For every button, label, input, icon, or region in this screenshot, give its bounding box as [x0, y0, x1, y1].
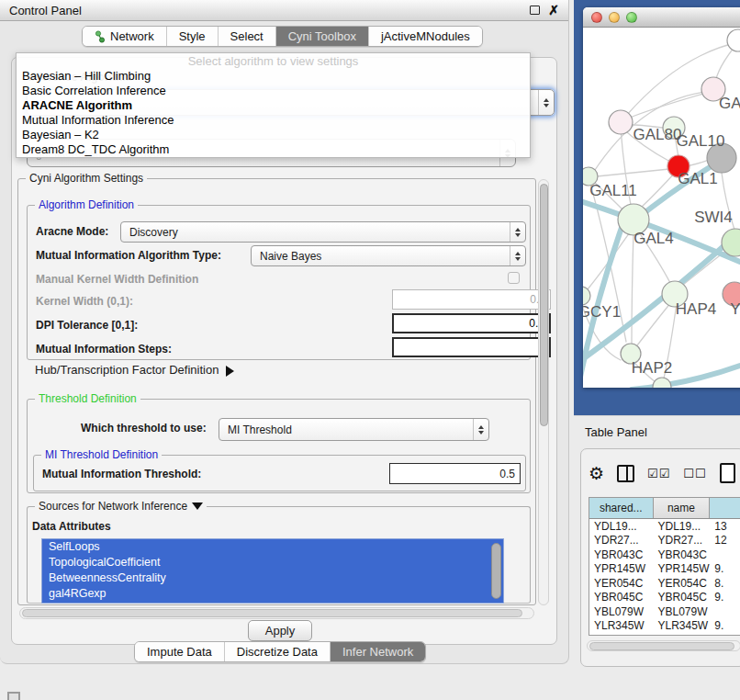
tab-style-label: Style: [179, 29, 206, 43]
close-window-icon[interactable]: [591, 12, 602, 23]
table-horizontal-scrollbar[interactable]: [587, 640, 740, 651]
which-threshold-value: MI Threshold: [228, 423, 292, 436]
export-table-icon[interactable]: [720, 463, 735, 483]
algorithm-option-basic-correlation-inference[interactable]: Basic Correlation Inference: [17, 84, 530, 98]
column-header-extra[interactable]: [710, 498, 740, 518]
settings-horizontal-scrollbar[interactable]: [19, 607, 534, 619]
table-cell: 8.: [710, 576, 740, 591]
tab-style[interactable]: Style: [167, 27, 219, 46]
float-panel-icon[interactable]: [530, 6, 540, 15]
network-node-gal80[interactable]: [609, 110, 633, 134]
tab-cyni-toolbox[interactable]: Cyni Toolbox: [276, 27, 369, 46]
algorithm-definition-group: Algorithm Definition Aracne Mode: Discov…: [27, 205, 531, 360]
table-cell: [710, 548, 740, 562]
algorithm-option-bayesian-hill-climbing[interactable]: Bayesian – Hill Climbing: [17, 69, 530, 84]
settings-vscroll-thumb[interactable]: [540, 184, 548, 426]
bottom-tab-impute-data[interactable]: Impute Data: [135, 642, 225, 661]
table-cell: YER054C: [654, 576, 711, 591]
table-cell: YPR145W: [589, 562, 654, 577]
node-table[interactable]: shared...name YDL19...YDL19...13YDR27...…: [589, 497, 740, 636]
control-panel-title: Control Panel: [9, 4, 82, 17]
table-row[interactable]: YBL079WYBL079W: [589, 604, 740, 619]
tab-jactivemnodules[interactable]: jActiveMNodules: [369, 27, 482, 46]
data-attributes-list[interactable]: SelfLoopsTopologicalCoefficientBetweenne…: [41, 538, 504, 604]
table-cell: YER054C: [589, 576, 654, 591]
network-icon: [95, 30, 106, 43]
table-row[interactable]: YDL19...YDL19...13: [589, 519, 740, 534]
attribute-item-gal4rgexp[interactable]: gal4RGexp: [42, 586, 503, 602]
network-edge: [632, 231, 633, 344]
table-header-row: shared...name: [589, 498, 740, 519]
gear-icon[interactable]: ⚙: [589, 463, 604, 484]
settings-hscroll-thumb[interactable]: [22, 609, 522, 617]
mi-algorithm-type-label: Mutual Information Algorithm Type:: [36, 249, 221, 262]
network-graph[interactable]: GALGAL80GAL10GAL1GAL11GAL4SWI4GCY1HAP4YH…: [583, 28, 740, 388]
algorithm-option-dream8-dc-tdc-algorithm[interactable]: Dream8 DC_TDC Algorithm: [17, 142, 530, 157]
network-node-gcy1[interactable]: [583, 287, 590, 305]
columns-icon[interactable]: [617, 465, 634, 482]
tab-network[interactable]: Network: [83, 27, 167, 46]
table-row[interactable]: YJL052CYJL052C9: [589, 633, 740, 636]
attribute-item-topologicalcoefficient[interactable]: TopologicalCoefficient: [42, 555, 503, 570]
which-threshold-label: Which threshold to use:: [81, 422, 207, 435]
network-node[interactable]: [727, 29, 740, 51]
attribute-item-betweennesscentrality[interactable]: BetweennessCentrality: [42, 570, 503, 586]
table-cell: YLR345W: [654, 619, 711, 634]
deselect-all-columns-icon[interactable]: ☐☐: [683, 467, 706, 480]
table-body: YDL19...YDL19...13YDR27...YDR27...12YBR0…: [589, 519, 740, 636]
attribute-item-selfloops[interactable]: SelfLoops: [42, 539, 503, 555]
select-all-columns-icon[interactable]: ☑☑: [647, 467, 670, 480]
table-row[interactable]: YLR345WYLR345W9.: [589, 619, 740, 634]
table-row[interactable]: YBR045CYBR045C9.: [589, 591, 740, 605]
tab-select[interactable]: Select: [219, 27, 276, 46]
dpi-tolerance-field[interactable]: 0.0: [392, 313, 551, 333]
manual-kernel-width-checkbox[interactable]: [508, 272, 520, 284]
table-cell: YBL079W: [589, 604, 654, 619]
bottom-tab-discretize-data[interactable]: Discretize Data: [225, 642, 331, 661]
column-header-name[interactable]: name: [654, 498, 711, 518]
network-node[interactable]: [653, 378, 671, 388]
node-label-gal4: GAL4: [633, 230, 673, 247]
table-row[interactable]: YDR27...YDR27...12: [589, 534, 740, 548]
mi-threshold-label: Mutual Information Threshold:: [42, 468, 201, 480]
expand-arrow-icon: [226, 366, 234, 377]
mi-threshold-field[interactable]: 0.5: [389, 463, 521, 484]
close-panel-icon[interactable]: ✗: [548, 6, 559, 15]
node-label-hap4: HAP4: [676, 300, 716, 318]
dock-panel-icon[interactable]: [7, 692, 20, 700]
network-window-titlebar[interactable]: [583, 7, 740, 28]
kernel-width-field[interactable]: 0.0: [392, 289, 551, 310]
mi-algorithm-type-combo[interactable]: Naive Bayes: [251, 245, 526, 266]
hub-definition-toggle[interactable]: Hub/Transcription Factor Definition: [35, 363, 234, 377]
column-header-shared[interactable]: shared...: [589, 498, 654, 518]
network-edge: [583, 231, 740, 366]
table-row[interactable]: YBR043CYBR043C: [589, 548, 740, 562]
algorithm-option-aracne-algorithm[interactable]: ARACNE Algorithm: [17, 98, 530, 113]
which-threshold-combo[interactable]: MI Threshold: [219, 418, 489, 441]
table-row[interactable]: YPR145WYPR145W9.: [589, 562, 740, 577]
zoom-window-icon[interactable]: [626, 12, 637, 23]
mi-steps-field[interactable]: 6: [392, 337, 551, 357]
table-hscroll-thumb[interactable]: [589, 642, 734, 650]
bottom-tab-infer-network[interactable]: Infer Network: [331, 642, 425, 661]
cp-tabs: NetworkStyleSelectCyni ToolboxjActiveMNo…: [82, 26, 483, 47]
sources-title-row[interactable]: Sources for Network Inference: [35, 500, 207, 513]
node-label-gal: GAL: [719, 95, 740, 112]
aracne-mode-combo[interactable]: Discovery: [120, 221, 526, 243]
settings-vertical-scrollbar[interactable]: [538, 179, 549, 605]
algorithm-option-bayesian-k2[interactable]: Bayesian – K2: [17, 128, 530, 142]
apply-button[interactable]: Apply: [248, 620, 312, 641]
table-cell: [710, 604, 740, 619]
table-cell: YDL19...: [654, 519, 711, 534]
algorithm-option-mutual-information-inference[interactable]: Mutual Information Inference: [17, 113, 530, 128]
data-attributes-label: Data Attributes: [32, 520, 111, 533]
dpi-tolerance-label: DPI Tolerance [0,1]:: [36, 319, 138, 332]
table-cell: YBR043C: [654, 548, 711, 562]
bottom-tab-discretize-data-label: Discretize Data: [237, 645, 318, 659]
table-cell: YJL052C: [589, 633, 654, 636]
minimize-window-icon[interactable]: [609, 12, 620, 23]
list-scrollbar-thumb[interactable]: [491, 543, 501, 599]
table-cell: YDR27...: [654, 534, 711, 548]
table-row[interactable]: YER054CYER054C8.: [589, 576, 740, 591]
table-cell: YBR043C: [589, 548, 654, 562]
